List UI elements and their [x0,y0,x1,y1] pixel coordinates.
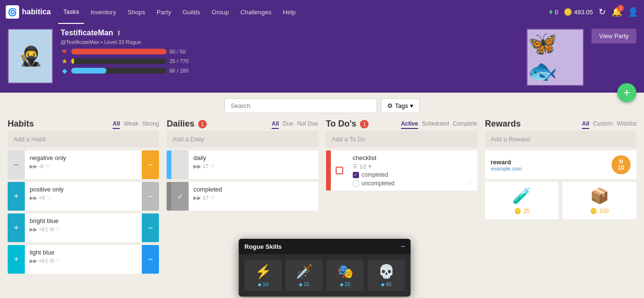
dailies-badge: 1 [198,120,207,128]
mp-bar-row: ◆ 66 / 180 [61,67,519,74]
todo-sub-checkbox[interactable] [353,181,359,187]
xp-bar [71,58,167,64]
cost-currency-icon: M [619,159,623,164]
brand-name: habitica [22,8,51,16]
skill-icon: 🗡️ [296,264,313,279]
add-daily-card[interactable]: Add a Daily [167,131,318,148]
dailies-tab-due[interactable]: Due [283,119,293,129]
todos-title: To Do's [326,119,357,129]
nav-challenges[interactable]: Challenges [235,0,276,24]
habits-tab-strong[interactable]: Strong [142,119,159,129]
nav-inventory[interactable]: Inventory [86,0,121,24]
brand-icon: 🌀 [6,5,19,19]
habits-title: Habits [8,119,34,129]
nav-shops[interactable]: Shops [123,0,150,24]
level-up-icon: ⬆ [116,29,122,37]
view-party-button[interactable]: View Party [591,29,636,43]
habit-meta: ▶▶ +0 | -0 ♡ [30,258,137,264]
habit-plus-button[interactable]: + [8,213,25,242]
daily-check-button[interactable] [171,150,189,179]
tags-button[interactable]: ⚙ Tags ▾ [381,98,419,113]
checklist-progress: 1/2 [359,164,367,170]
rewards-tab-custom[interactable]: Custom [593,119,612,129]
daily-name: daily [193,154,313,161]
hero-name-row: TestificateMan ⬆ [61,29,519,37]
reward-info: reward example.com [491,159,612,171]
skill-button[interactable]: 💀 ◆ 45 [368,260,405,280]
todos-tab-active[interactable]: Active [401,119,418,129]
cost-value: 10 [618,164,624,171]
daily-meta: ▶▶ 17 ♡ [193,163,313,170]
daily-check-button[interactable]: ✓ [171,182,189,211]
todo-icon-right: ♡ [463,150,477,191]
xp-bar-fill [71,58,74,64]
chevron-down-icon: ▾ [369,163,371,170]
nav-party[interactable]: Party [152,0,176,24]
skill-button[interactable]: ⚡ ◆ 10 [244,260,282,280]
todo-sub-checkbox[interactable] [353,172,359,178]
dailies-tab-notdue[interactable]: Not Due [297,119,318,129]
close-icon[interactable]: − [401,243,405,250]
add-task-button[interactable]: + [617,83,636,102]
notifications-btn[interactable]: 🔔 1 [612,7,622,17]
todo-sub-item: completed [353,171,458,178]
habits-tab-all[interactable]: All [113,119,120,129]
skill-button[interactable]: 🗡️ ◆ 15 [285,260,323,280]
daily-content: completed ▶▶ 17 ♡ [189,182,318,211]
habit-minus-button[interactable]: − [142,245,159,274]
nav-tasks[interactable]: Tasks [58,0,84,24]
todos-tab-complete[interactable]: Complete [453,119,477,129]
add-habit-card[interactable]: Add a Habit [8,131,159,148]
gold-count: 493.05 [574,9,593,16]
habits-tab-weak[interactable]: Weak [124,119,138,129]
dailies-tabs: All Due Not Due [272,119,318,129]
habit-plus-button[interactable]: − [142,150,159,179]
mp-label: 66 / 180 [169,68,198,74]
hp-bar [71,49,167,54]
filter-icon: ⚙ [387,102,393,109]
habit-plus-button[interactable]: + [8,182,25,211]
refresh-icon[interactable]: ↻ [599,7,606,17]
daily-content: daily ▶▶ 17 ♡ [189,150,318,179]
nav-group[interactable]: Group [207,0,233,24]
habit-minus-button[interactable]: − [8,150,25,179]
navbar: 🌀 habitica Tasks Inventory Shops Party G… [0,0,644,24]
habit-minus-button[interactable]: − [142,213,159,242]
daily-color-bar [167,150,171,179]
todo-check-button[interactable] [331,150,348,191]
reward-card[interactable]: 📦 🪙 100 [562,182,636,219]
reward-card[interactable]: 🧪 🪙 25 [485,182,559,219]
habit-name: light blue [30,249,137,256]
todos-tab-scheduled[interactable]: Scheduled [422,119,449,129]
todo-item: checklist ☰ 1/2 ▾ completed uncompleted … [326,150,477,191]
hp-label: 50 / 50 [169,49,198,54]
navbar-right: ♦ 0 🪙 493.05 ↻ 🔔 1 👤 [549,7,638,17]
daily-name: completed [193,186,313,193]
habit-plus-button[interactable]: + [8,245,25,274]
brand[interactable]: 🌀 habitica [6,5,51,19]
hero-handle: @TestificateMan • Level 33 Rogue [61,39,519,45]
reward-link[interactable]: example.com [491,166,612,171]
dailies-tab-all[interactable]: All [272,119,279,129]
add-reward-card[interactable]: Add a Reward [485,131,636,148]
rewards-tab-wishlist[interactable]: Wishlist [617,119,636,129]
rewards-tab-all[interactable]: All [582,119,589,129]
skill-button[interactable]: 🎭 ◆ 25 [327,260,364,280]
habit-minus-button[interactable]: − [142,182,159,211]
nav-help[interactable]: Help [278,0,300,24]
habit-item: + light blue ▶▶ +0 | -0 ♡ − [8,245,159,274]
habit-name: negative only [30,154,137,161]
add-todo-card[interactable]: Add a To Do [326,131,477,148]
todo-name: checklist [353,154,458,161]
habits-tabs: All Weak Strong [113,119,159,129]
reward-items-row: 🧪 🪙 25 📦 🪙 100 [485,182,636,219]
tags-label: Tags [395,102,408,109]
search-input[interactable] [224,98,377,113]
profile-btn[interactable]: 👤 [628,7,638,17]
mp-icon: ◆ [61,67,68,74]
daily-item: ✓ completed ▶▶ 17 ♡ [167,182,318,211]
nav-guilds[interactable]: Guilds [178,0,205,24]
xp-bar-row: ★ 25 / 770 [61,57,519,65]
gold-icon: 🪙 [590,208,597,214]
search-area: ⚙ Tags ▾ [0,93,644,119]
